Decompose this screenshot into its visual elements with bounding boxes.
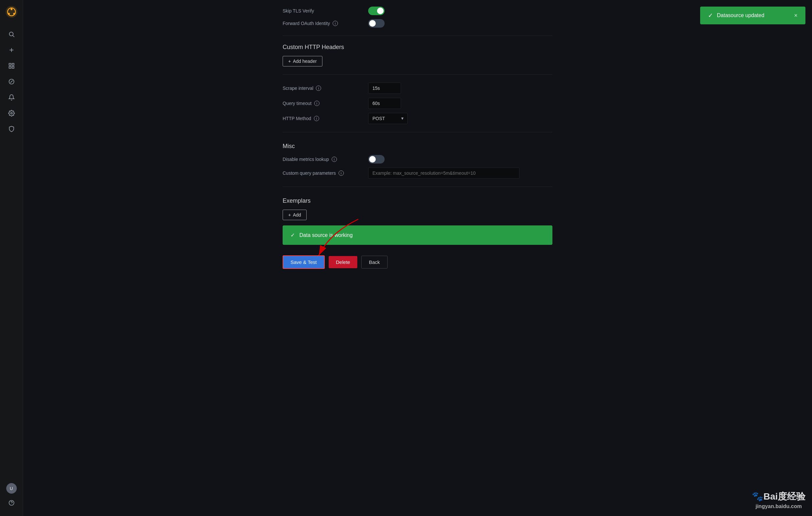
sidebar-item-search[interactable] — [5, 28, 18, 41]
toast-message: Datasource updated — [717, 12, 764, 19]
query-timeout-row: Query timeout i — [283, 98, 552, 109]
query-timeout-info-icon[interactable]: i — [314, 101, 319, 106]
sidebar: U — [0, 0, 23, 516]
baidu-brand: 🐾Bai度经验 — [752, 490, 805, 503]
svg-point-5 — [9, 32, 13, 36]
forward-oauth-row: Forward OAuth Identity i — [283, 19, 552, 28]
forward-oauth-info-icon[interactable]: i — [332, 21, 338, 26]
add-exemplar-button[interactable]: + Add — [283, 210, 307, 220]
status-check-icon: ✓ — [291, 232, 295, 238]
disable-metrics-label: Disable metrics lookup i — [283, 156, 368, 162]
custom-http-headers-section: Custom HTTP Headers + Add header — [283, 44, 552, 66]
toast-notification: ✓ Datasource updated × — [700, 7, 805, 24]
status-text: Data source is working — [299, 232, 353, 238]
sidebar-item-settings[interactable] — [5, 107, 18, 120]
scrape-interval-label: Scrape interval i — [283, 86, 368, 91]
baidu-watermark: 🐾Bai度经验 jingyan.baidu.com — [752, 490, 805, 509]
svg-point-2 — [10, 8, 12, 10]
sidebar-item-shield[interactable] — [5, 122, 18, 136]
toast-close-button[interactable]: × — [794, 12, 798, 19]
svg-rect-9 — [9, 63, 11, 65]
svg-point-4 — [8, 13, 10, 15]
svg-point-15 — [10, 113, 12, 114]
baidu-url: jingyan.baidu.com — [752, 504, 805, 509]
http-method-select[interactable]: POST GET — [368, 113, 408, 124]
sidebar-item-dashboards[interactable] — [5, 59, 18, 73]
disable-metrics-info-icon[interactable]: i — [331, 156, 337, 162]
scrape-interval-info-icon[interactable]: i — [316, 86, 321, 91]
add-header-button[interactable]: + Add header — [283, 56, 322, 66]
add-header-plus-icon: + — [288, 59, 291, 64]
scrape-interval-input[interactable] — [368, 83, 401, 94]
sidebar-item-help[interactable] — [5, 496, 18, 509]
http-method-row: HTTP Method i POST GET ▼ — [283, 113, 552, 124]
disable-metrics-toggle[interactable] — [368, 155, 385, 164]
misc-section: Misc Disable metrics lookup i Custom que… — [283, 143, 552, 179]
svg-marker-14 — [10, 81, 12, 83]
custom-query-label: Custom query parameters i — [283, 170, 368, 176]
divider-1 — [283, 35, 552, 36]
toast-check-icon: ✓ — [708, 12, 713, 19]
query-timeout-input[interactable] — [368, 98, 401, 109]
scrape-interval-row: Scrape interval i — [283, 83, 552, 94]
divider-4 — [283, 187, 552, 187]
custom-query-input[interactable] — [368, 168, 520, 179]
custom-query-row: Custom query parameters i — [283, 168, 552, 179]
svg-rect-11 — [9, 66, 11, 68]
exemplars-title: Exemplars — [283, 197, 552, 204]
disable-metrics-row: Disable metrics lookup i — [283, 155, 552, 164]
misc-title: Misc — [283, 143, 552, 150]
svg-point-3 — [13, 13, 15, 15]
grafana-logo[interactable] — [5, 5, 18, 19]
datasource-status-banner: ✓ Data source is working — [283, 225, 552, 245]
skip-tls-row: Skip TLS Verify — [283, 7, 552, 15]
delete-button[interactable]: Delete — [329, 256, 357, 268]
svg-line-6 — [12, 35, 14, 37]
action-buttons: Save & Test Delete Back — [283, 255, 552, 269]
svg-rect-12 — [12, 66, 14, 68]
http-method-label: HTTP Method i — [283, 116, 368, 121]
add-exemplar-plus-icon: + — [288, 212, 291, 218]
action-area: Save & Test Delete Back — [283, 255, 552, 269]
skip-tls-label: Skip TLS Verify — [283, 8, 368, 13]
forward-oauth-label: Forward OAuth Identity i — [283, 21, 368, 26]
sidebar-item-add[interactable] — [5, 44, 18, 57]
custom-query-info-icon[interactable]: i — [339, 170, 344, 176]
divider-3 — [283, 132, 552, 132]
http-method-info-icon[interactable]: i — [314, 116, 319, 121]
main-content: ✓ Datasource updated × Skip TLS Verify F… — [23, 0, 812, 516]
sidebar-item-alerting[interactable] — [5, 91, 18, 104]
avatar[interactable]: U — [6, 483, 17, 494]
http-method-select-wrapper: POST GET ▼ — [368, 113, 408, 124]
sidebar-item-explore[interactable] — [5, 75, 18, 88]
skip-tls-toggle[interactable] — [368, 7, 385, 15]
forward-oauth-toggle[interactable] — [368, 19, 385, 28]
back-button[interactable]: Back — [361, 256, 387, 268]
save-test-button[interactable]: Save & Test — [283, 255, 325, 269]
http-headers-title: Custom HTTP Headers — [283, 44, 552, 51]
query-timeout-label: Query timeout i — [283, 101, 368, 106]
svg-rect-10 — [12, 63, 14, 65]
exemplars-section: Exemplars + Add — [283, 197, 552, 220]
